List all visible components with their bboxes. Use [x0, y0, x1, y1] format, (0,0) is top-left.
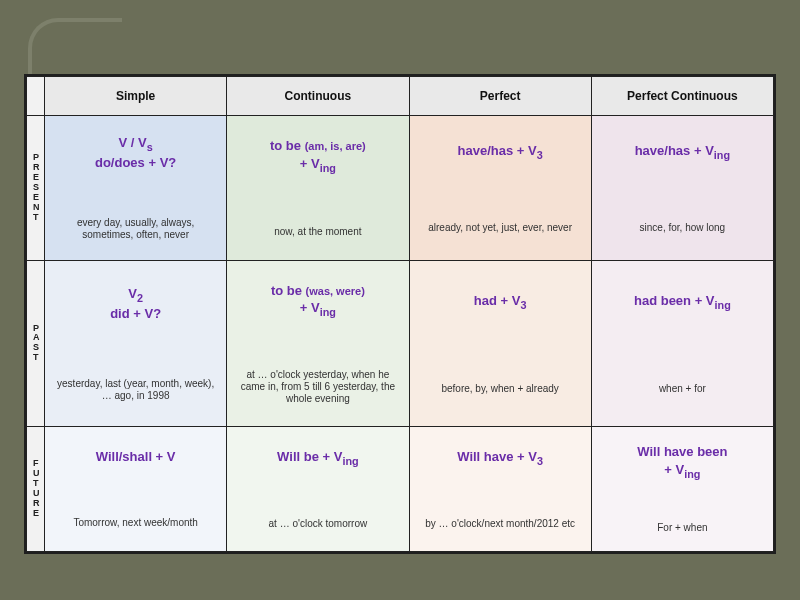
row-header-future: FUTURE: [27, 426, 45, 551]
row-present: PRESENT V / Vsdo/does + V? every day, us…: [27, 115, 774, 260]
markers: before, by, when + already: [441, 383, 558, 395]
formula: to be (am, is, are)+ Ving: [270, 137, 366, 175]
markers: at … o'clock yesterday, when he came in,…: [233, 369, 402, 405]
formula: V2did + V?: [110, 285, 161, 323]
tense-table: Simple Continuous Perfect Perfect Contin…: [26, 76, 774, 552]
cell-future-simple: Will/shall + V Tomorrow, next week/month: [45, 426, 227, 551]
tense-table-panel: Simple Continuous Perfect Perfect Contin…: [24, 74, 776, 554]
row-past: PAST V2did + V? yesterday, last (year, m…: [27, 261, 774, 427]
markers: Tomorrow, next week/month: [73, 517, 198, 529]
col-header-continuous: Continuous: [227, 77, 409, 116]
markers: when + for: [659, 383, 706, 395]
cell-past-perfect: had + V3 before, by, when + already: [409, 261, 591, 427]
col-header-perfect: Perfect: [409, 77, 591, 116]
corner-cell: [27, 77, 45, 116]
markers: now, at the moment: [274, 226, 361, 238]
markers: already, not yet, just, ever, never: [428, 222, 572, 234]
markers: at … o'clock tomorrow: [269, 518, 368, 530]
markers: by … o'clock/next month/2012 etc: [425, 518, 575, 530]
formula: to be (was, were)+ Ving: [271, 282, 365, 320]
cell-future-perfect-continuous: Will have been+ Ving For + when: [591, 426, 773, 551]
formula: Will be + Ving: [277, 448, 359, 468]
cell-future-continuous: Will be + Ving at … o'clock tomorrow: [227, 426, 409, 551]
markers: since, for, how long: [640, 222, 726, 234]
formula: have/has + Ving: [635, 142, 730, 162]
cell-past-continuous: to be (was, were)+ Ving at … o'clock yes…: [227, 261, 409, 427]
cell-present-continuous: to be (am, is, are)+ Ving now, at the mo…: [227, 115, 409, 260]
formula: had + V3: [474, 292, 527, 312]
formula: Will have + V3: [457, 448, 543, 468]
column-header-row: Simple Continuous Perfect Perfect Contin…: [27, 77, 774, 116]
formula: V / Vsdo/does + V?: [95, 134, 176, 172]
col-header-simple: Simple: [45, 77, 227, 116]
cell-future-perfect: Will have + V3 by … o'clock/next month/2…: [409, 426, 591, 551]
markers: For + when: [657, 522, 707, 534]
formula: Will have been+ Ving: [637, 443, 727, 481]
markers: yesterday, last (year, month, week), … a…: [51, 378, 220, 402]
cell-present-simple: V / Vsdo/does + V? every day, usually, a…: [45, 115, 227, 260]
col-header-perfect-continuous: Perfect Continuous: [591, 77, 773, 116]
formula: have/has + V3: [458, 142, 543, 162]
cell-past-perfect-continuous: had been + Ving when + for: [591, 261, 773, 427]
cell-present-perfect-continuous: have/has + Ving since, for, how long: [591, 115, 773, 260]
row-future: FUTURE Will/shall + V Tomorrow, next wee…: [27, 426, 774, 551]
formula: had been + Ving: [634, 292, 731, 312]
markers: every day, usually, always, sometimes, o…: [51, 217, 220, 241]
cell-present-perfect: have/has + V3 already, not yet, just, ev…: [409, 115, 591, 260]
slide-background: Simple Continuous Perfect Perfect Contin…: [0, 0, 800, 600]
row-header-past: PAST: [27, 261, 45, 427]
cell-past-simple: V2did + V? yesterday, last (year, month,…: [45, 261, 227, 427]
formula: Will/shall + V: [96, 448, 176, 466]
row-header-present: PRESENT: [27, 115, 45, 260]
